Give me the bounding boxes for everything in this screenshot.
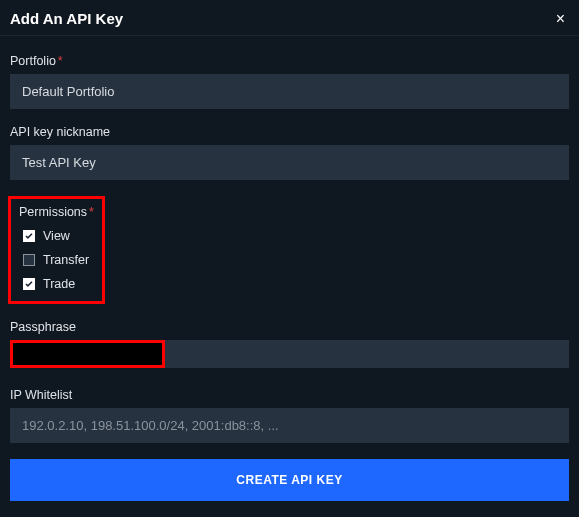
passphrase-input-rest[interactable] (165, 340, 569, 368)
modal-body: Portfolio* API key nickname Permissions*… (0, 36, 579, 511)
permission-view-row: View (23, 229, 94, 243)
portfolio-label-text: Portfolio (10, 54, 56, 68)
whitelist-label: IP Whitelist (10, 388, 569, 402)
permissions-label: Permissions* (19, 205, 94, 219)
passphrase-field: Passphrase (10, 320, 569, 368)
passphrase-highlight[interactable] (10, 340, 165, 368)
required-asterisk: * (89, 205, 94, 219)
transfer-checkbox[interactable] (23, 254, 35, 266)
modal-header: Add An API Key × (0, 0, 579, 36)
check-icon (25, 281, 33, 287)
nickname-label: API key nickname (10, 125, 569, 139)
view-checkbox[interactable] (23, 230, 35, 242)
permission-transfer-row: Transfer (23, 253, 94, 267)
permission-trade-row: Trade (23, 277, 94, 291)
trade-checkbox-label: Trade (43, 277, 75, 291)
transfer-checkbox-label: Transfer (43, 253, 89, 267)
portfolio-input[interactable] (10, 74, 569, 109)
view-checkbox-label: View (43, 229, 70, 243)
whitelist-field: IP Whitelist (10, 388, 569, 443)
check-icon (25, 233, 33, 239)
required-asterisk: * (58, 54, 63, 68)
add-api-key-modal: Add An API Key × Portfolio* API key nick… (0, 0, 579, 517)
permissions-highlight: Permissions* View Transfer Trade (8, 196, 105, 304)
create-api-key-button[interactable]: CREATE API KEY (10, 459, 569, 501)
trade-checkbox[interactable] (23, 278, 35, 290)
passphrase-row (10, 340, 569, 368)
close-icon[interactable]: × (556, 11, 565, 27)
passphrase-label: Passphrase (10, 320, 569, 334)
nickname-input[interactable] (10, 145, 569, 180)
modal-title: Add An API Key (10, 10, 123, 27)
nickname-field: API key nickname (10, 125, 569, 180)
portfolio-field: Portfolio* (10, 54, 569, 109)
portfolio-label: Portfolio* (10, 54, 569, 68)
whitelist-input[interactable] (10, 408, 569, 443)
permissions-label-text: Permissions (19, 205, 87, 219)
